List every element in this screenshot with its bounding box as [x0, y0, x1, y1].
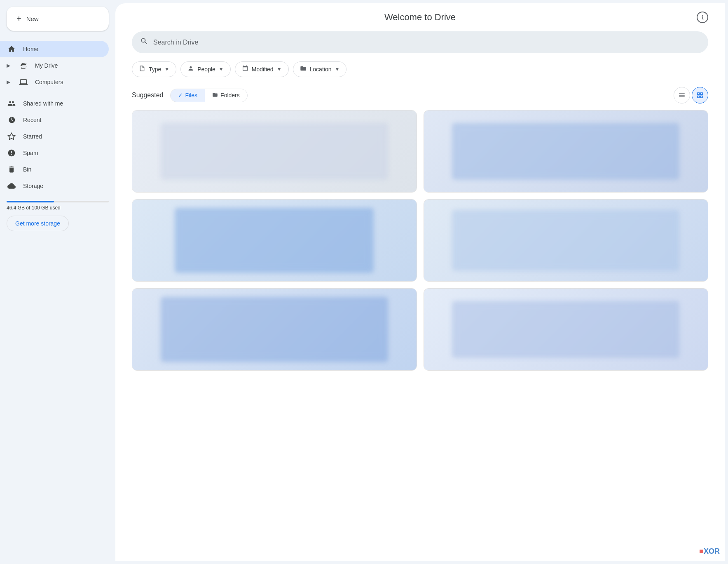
sidebar-item-shared-label: Shared with me — [23, 100, 63, 107]
sidebar-item-bin-label: Bin — [23, 166, 31, 173]
file-card-blur-2 — [452, 123, 679, 180]
sidebar-item-bin[interactable]: Bin — [0, 161, 109, 178]
svg-marker-0 — [8, 133, 15, 140]
file-card[interactable] — [132, 288, 417, 371]
chevron-down-icon-people: ▼ — [219, 66, 224, 72]
file-card-blur-6 — [452, 301, 679, 358]
tab-folders-label: Folders — [220, 92, 240, 99]
filter-row: Type ▼ People ▼ Modified ▼ — [132, 61, 708, 77]
page-title: Welcome to Drive — [143, 12, 697, 23]
warning-icon — [7, 149, 16, 157]
star-icon — [7, 132, 16, 141]
tab-folders[interactable]: Folders — [205, 89, 247, 102]
storage-used-text: 46.4 GB of 100 GB used — [7, 205, 109, 211]
file-card-blur-4 — [452, 210, 679, 271]
storage-bar-fill — [7, 201, 54, 202]
get-more-storage-button[interactable]: Get more storage — [7, 216, 69, 231]
suggested-label: Suggested — [132, 92, 164, 99]
trash-icon — [7, 165, 16, 174]
sidebar-item-spam[interactable]: Spam — [0, 145, 109, 161]
file-card-blur-5 — [161, 297, 388, 362]
chevron-down-icon-location: ▼ — [335, 66, 339, 72]
chevron-down-icon-type: ▼ — [164, 66, 169, 72]
filter-location-label: Location — [310, 66, 332, 73]
search-icon — [140, 37, 148, 47]
file-grid — [132, 110, 708, 371]
clock-icon — [7, 116, 16, 124]
sidebar-item-home-label: Home — [23, 46, 38, 52]
search-placeholder: Search in Drive — [153, 39, 198, 46]
file-card-content-5 — [132, 289, 417, 370]
sidebar-item-computers[interactable]: ▶ Computers — [0, 74, 109, 90]
folder-icon — [300, 65, 307, 73]
doc-icon — [139, 65, 145, 73]
chevron-right-icon: ▶ — [7, 63, 10, 68]
filter-type[interactable]: Type ▼ — [132, 61, 176, 77]
sidebar-item-spam-label: Spam — [23, 150, 38, 156]
computer-icon — [19, 78, 28, 86]
chevron-down-icon-modified: ▼ — [277, 66, 282, 72]
file-card-content-4 — [424, 200, 708, 281]
suggested-left: Suggested ✓ Files Folders — [132, 89, 248, 102]
file-card-blur-1 — [161, 123, 388, 180]
file-card[interactable] — [424, 199, 709, 282]
cloud-icon — [7, 182, 16, 190]
filter-people-label: People — [197, 66, 215, 73]
sidebar-item-shared[interactable]: Shared with me — [0, 95, 109, 112]
sidebar-item-my-drive-label: My Drive — [35, 62, 58, 69]
plus-icon: + — [16, 14, 21, 24]
file-card-content-2 — [424, 110, 708, 192]
file-card[interactable] — [424, 110, 709, 193]
sidebar-item-starred[interactable]: Starred — [0, 128, 109, 145]
tab-group: ✓ Files Folders — [170, 89, 248, 102]
info-icon[interactable]: ℹ — [697, 12, 708, 23]
sidebar-item-computers-label: Computers — [35, 79, 63, 85]
app-container: + New Home ▶ My Drive ▶ Computers — [0, 0, 728, 564]
check-icon: ✓ — [178, 92, 183, 99]
sidebar-item-recent[interactable]: Recent — [0, 112, 109, 128]
file-card[interactable] — [132, 199, 417, 282]
sidebar: + New Home ▶ My Drive ▶ Computers — [0, 0, 115, 564]
grid-view-button[interactable] — [692, 87, 708, 103]
new-button[interactable]: + New — [7, 7, 109, 31]
filter-people[interactable]: People ▼ — [180, 61, 230, 77]
file-card[interactable] — [424, 288, 709, 371]
tab-files-label: Files — [185, 92, 198, 99]
sidebar-item-starred-label: Starred — [23, 133, 42, 140]
file-card-blur-3 — [175, 208, 374, 273]
sidebar-item-recent-label: Recent — [23, 117, 41, 123]
sidebar-item-home[interactable]: Home — [0, 41, 109, 57]
file-card-content-1 — [132, 110, 417, 192]
chevron-right-icon-2: ▶ — [7, 79, 10, 85]
file-card-content-3 — [132, 200, 417, 281]
sidebar-item-my-drive[interactable]: ▶ My Drive — [0, 57, 109, 74]
people-icon — [7, 99, 16, 108]
new-button-label: New — [26, 15, 39, 22]
view-controls — [674, 87, 708, 103]
filter-modified-label: Modified — [252, 66, 274, 73]
main-content: Welcome to Drive ℹ Search in Drive Type … — [115, 3, 725, 561]
calendar-icon — [242, 65, 248, 73]
filter-type-label: Type — [149, 66, 161, 73]
home-icon — [7, 45, 16, 53]
suggested-header: Suggested ✓ Files Folders — [132, 87, 708, 103]
sidebar-item-storage[interactable]: Storage — [0, 178, 109, 194]
filter-modified[interactable]: Modified ▼ — [235, 61, 289, 77]
folder-small-icon — [212, 92, 218, 99]
file-card[interactable] — [132, 110, 417, 193]
filter-location[interactable]: Location ▼ — [293, 61, 347, 77]
header-row: Welcome to Drive ℹ — [132, 12, 708, 23]
person-icon — [187, 65, 194, 73]
storage-section: 46.4 GB of 100 GB used Get more storage — [7, 201, 109, 231]
drive-icon — [19, 61, 28, 70]
sidebar-item-storage-label: Storage — [23, 183, 43, 189]
file-card-content-6 — [424, 289, 708, 370]
search-bar[interactable]: Search in Drive — [132, 31, 708, 53]
tab-files[interactable]: ✓ Files — [171, 89, 205, 102]
storage-bar-background — [7, 201, 109, 202]
list-view-button[interactable] — [674, 87, 690, 103]
